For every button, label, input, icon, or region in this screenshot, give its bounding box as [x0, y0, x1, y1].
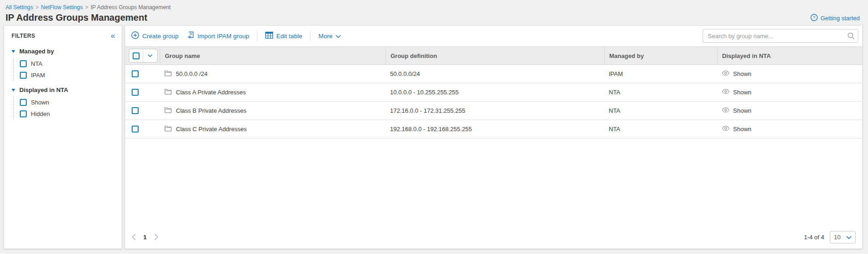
- column-header-group-name[interactable]: Group name: [160, 47, 385, 64]
- group-name: 50.0.0.0 /24: [176, 70, 208, 77]
- table-header-select: [125, 47, 160, 64]
- row-checkbox[interactable]: [132, 89, 139, 96]
- group-definition-cell: 10.0.0.0 - 10.255.255.255: [385, 89, 604, 96]
- pager: 1: [132, 234, 158, 241]
- displayed-in-nta-cell: Shown: [717, 70, 862, 77]
- managed-by-cell: NTA: [604, 89, 717, 96]
- eye-icon: [722, 107, 730, 114]
- plus-circle-icon: [131, 31, 139, 40]
- column-header-displayed-in-nta[interactable]: Displayed in NTA: [717, 47, 862, 64]
- filter-option[interactable]: Shown: [20, 97, 122, 108]
- group-name: Class C Private Addresses: [176, 126, 247, 133]
- filters-title: FILTERS: [12, 33, 35, 39]
- filter-group: Displayed in NTA Shown Hidden: [12, 87, 122, 120]
- table-body: 50.0.0.0 /24 50.0.0.0/24 IPAM Shown Clas…: [125, 65, 862, 139]
- table-row[interactable]: Class B Private Addresses 172.16.0.0 - 1…: [125, 102, 862, 120]
- row-select-cell: [125, 89, 160, 96]
- search-box: [703, 29, 858, 43]
- chevron-down-icon: [336, 33, 341, 40]
- managed-by-cell: NTA: [604, 107, 717, 114]
- managed-by-value: NTA: [609, 107, 620, 114]
- create-group-button[interactable]: Create group: [127, 31, 183, 40]
- table-empty-space: [125, 139, 862, 227]
- displayed-status: Shown: [733, 89, 751, 96]
- help-question-icon: ?: [810, 14, 818, 23]
- group-name-cell: 50.0.0.0 /24: [160, 70, 385, 78]
- breadcrumb-separator: >: [85, 4, 88, 11]
- breadcrumb: All Settings>NetFlow Settings>IP Address…: [6, 4, 861, 11]
- select-all-split-button[interactable]: [129, 49, 157, 63]
- filter-group-label: Managed by: [19, 48, 54, 55]
- filter-groups: Managed by NTA IPAM Displayed in NTA Sho…: [4, 48, 122, 120]
- filters-header: FILTERS «: [4, 26, 122, 44]
- page-header: All Settings>NetFlow Settings>IP Address…: [0, 0, 868, 25]
- displayed-status: Shown: [733, 70, 751, 77]
- column-header-managed-by[interactable]: Managed by: [604, 47, 717, 64]
- filter-option-label: IPAM: [31, 72, 45, 79]
- import-ipam-group-label: Import IPAM group: [198, 33, 249, 40]
- breadcrumb-item[interactable]: NetFlow Settings: [41, 4, 83, 11]
- eye-icon: [722, 126, 730, 133]
- filter-group-label: Displayed in NTA: [19, 87, 68, 93]
- displayed-in-nta-cell: Shown: [717, 126, 862, 133]
- filter-option[interactable]: Hidden: [20, 108, 122, 120]
- page-size-value: 10: [834, 234, 840, 241]
- row-select-cell: [125, 70, 160, 77]
- current-page-number[interactable]: 1: [143, 234, 147, 241]
- group-definition: 10.0.0.0 - 10.255.255.255: [390, 89, 459, 96]
- filters-panel: FILTERS « Managed by NTA IPAM Displayed …: [4, 25, 122, 249]
- column-header-group-definition[interactable]: Group definition: [385, 47, 604, 64]
- edit-table-button[interactable]: Edit table: [261, 32, 306, 40]
- group-definition-cell: 50.0.0.0/24: [385, 70, 604, 77]
- groups-table-card: Create group Import IPAM group Edit tabl…: [125, 25, 862, 249]
- getting-started-link[interactable]: ? Getting started: [810, 14, 860, 23]
- row-checkbox[interactable]: [132, 126, 139, 133]
- pagination-bar: 1 1-4 of 4 10: [125, 227, 862, 248]
- filter-checkbox[interactable]: [20, 110, 27, 117]
- filter-checkbox[interactable]: [20, 72, 27, 79]
- pagination-right: 1-4 of 4 10: [804, 231, 856, 243]
- group-definition-cell: 192.168.0.0 - 192.168.255.255: [385, 126, 604, 133]
- table-header-row: Group name Group definition Managed by D…: [125, 46, 862, 65]
- table-row[interactable]: 50.0.0.0 /24 50.0.0.0/24 IPAM Shown: [125, 65, 862, 83]
- filter-option-label: Shown: [31, 99, 49, 106]
- toolbar-divider: [257, 31, 257, 41]
- filter-options: Shown Hidden: [13, 97, 122, 120]
- collapse-panel-icon[interactable]: «: [111, 32, 115, 40]
- filter-checkbox[interactable]: [20, 60, 27, 67]
- filter-option[interactable]: IPAM: [20, 69, 122, 81]
- filter-group-header[interactable]: Managed by: [12, 48, 122, 55]
- folder-icon: [164, 70, 172, 78]
- filter-checkbox[interactable]: [20, 99, 27, 106]
- select-all-checkbox[interactable]: [133, 52, 140, 59]
- table-row[interactable]: Class C Private Addresses 192.168.0.0 - …: [125, 120, 862, 139]
- row-select-cell: [125, 107, 160, 114]
- chevron-down-icon: [846, 234, 851, 241]
- row-checkbox[interactable]: [132, 70, 139, 77]
- folder-icon: [164, 107, 172, 115]
- group-name-cell: Class C Private Addresses: [160, 125, 385, 133]
- filter-group-header[interactable]: Displayed in NTA: [12, 87, 122, 93]
- page-size-select[interactable]: 10: [830, 231, 856, 243]
- filter-option[interactable]: NTA: [20, 58, 122, 69]
- more-menu-button[interactable]: More: [314, 33, 345, 40]
- content-area: FILTERS « Managed by NTA IPAM Displayed …: [4, 25, 862, 249]
- page-title: IP Address Groups Management: [6, 12, 861, 23]
- managed-by-value: NTA: [609, 126, 620, 133]
- search-input[interactable]: [703, 29, 858, 43]
- row-checkbox[interactable]: [132, 107, 139, 114]
- table-row[interactable]: Class A Private Addresses 10.0.0.0 - 10.…: [125, 83, 862, 102]
- eye-icon: [722, 70, 730, 77]
- next-page-icon[interactable]: [154, 234, 158, 240]
- edit-table-label: Edit table: [276, 33, 302, 40]
- group-name: Class B Private Addresses: [176, 107, 246, 114]
- create-group-label: Create group: [142, 33, 179, 40]
- toolbar: Create group Import IPAM group Edit tabl…: [125, 26, 862, 45]
- previous-page-icon[interactable]: [132, 234, 136, 240]
- chevron-down-icon[interactable]: [143, 54, 157, 58]
- group-definition: 192.168.0.0 - 192.168.255.255: [390, 126, 472, 133]
- group-definition-cell: 172.16.0.0 - 172.31.255.255: [385, 107, 604, 114]
- import-ipam-group-button[interactable]: Import IPAM group: [183, 31, 253, 40]
- breadcrumb-item[interactable]: All Settings: [6, 4, 33, 11]
- folder-icon: [164, 88, 172, 96]
